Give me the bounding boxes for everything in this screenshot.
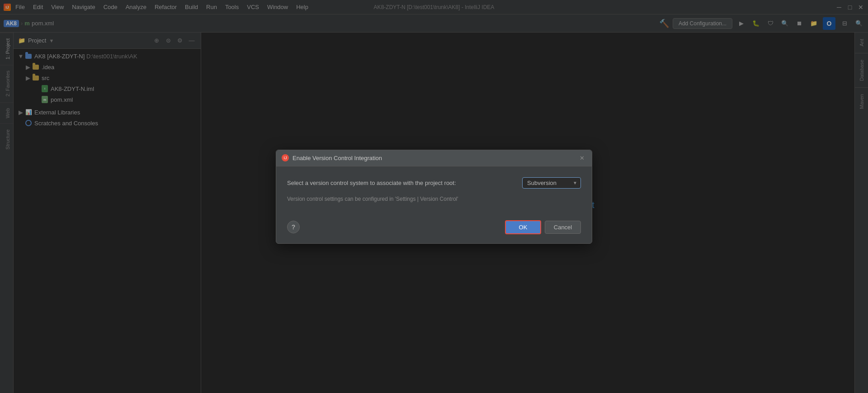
vcs-dropdown[interactable]: Git GitHub Mercurial Subversion CVS xyxy=(522,177,581,189)
dialog-ok-button[interactable]: OK xyxy=(505,220,541,234)
dialog-vcs-row: Select a version control system to assoc… xyxy=(287,177,581,189)
dialog-overlay: IJ Enable Version Control Integration ✕ … xyxy=(0,0,868,393)
dialog-titlebar: IJ Enable Version Control Integration ✕ xyxy=(276,150,592,166)
dialog-cancel-button[interactable]: Cancel xyxy=(545,221,581,234)
dialog-close-button[interactable]: ✕ xyxy=(577,153,586,162)
vcs-select-wrapper: Git GitHub Mercurial Subversion CVS xyxy=(522,177,581,189)
dialog-help-button[interactable]: ? xyxy=(287,221,300,233)
dialog-body: Select a version control system to assoc… xyxy=(276,166,592,220)
dialog-title-text: Enable Version Control Integration xyxy=(292,155,574,161)
dialog-footer: ? OK Cancel xyxy=(276,220,592,243)
dialog-vcs-label: Select a version control system to assoc… xyxy=(287,180,517,186)
dialog-title-icon: IJ xyxy=(282,154,289,161)
dialog-hint-text: Version control settings can be configur… xyxy=(287,196,581,202)
enable-vcs-dialog: IJ Enable Version Control Integration ✕ … xyxy=(276,150,592,244)
